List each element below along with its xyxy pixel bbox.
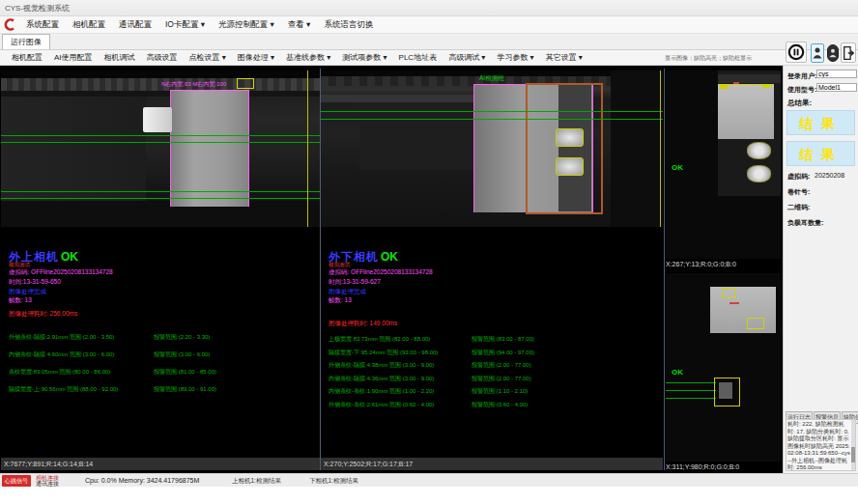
defect-region xyxy=(719,382,732,399)
log-scrollbar-thumb[interactable] xyxy=(851,447,855,462)
baseline-green xyxy=(666,382,716,383)
menu-item-view[interactable]: 查看 ▾ xyxy=(281,19,318,31)
toolbar-item-camera-debug[interactable]: 相机调试 xyxy=(99,52,141,63)
toolbar-item-advanced-settings[interactable]: 高级设置 xyxy=(141,52,184,63)
menu-item-system-config[interactable]: 系统配置 xyxy=(19,19,66,31)
exit-door-icon xyxy=(843,45,855,61)
mark-red xyxy=(733,82,739,84)
panel-divider xyxy=(664,69,665,470)
alarm-range: 报警范围:(1.10 - 2.10) xyxy=(472,387,528,396)
measure-row: 条纹宽度:83.05mm 范围:(80.00 - 86.00)报警范围:(81.… xyxy=(1,368,320,378)
window-title: CYS-视觉检测系统 xyxy=(5,4,70,13)
virtual-code-line: 虚拟码: OFFline20250208133134728 xyxy=(329,268,433,277)
zoom-view-bottom[interactable]: OK xyxy=(666,273,781,462)
measure-value: 外侧条纹-隔膜:4.38mm 范围:(3.00 - 9.00) xyxy=(329,361,434,370)
alarm-range: 报警范围:(3.00 - 6.00) xyxy=(154,350,210,359)
roi-line-yellow xyxy=(307,70,308,227)
model-label: 使用型号: xyxy=(787,85,816,95)
measure-row: 外侧条纹-隔膜:2.91mm 范围:(2.00 - 3.50)报警范围:(2.2… xyxy=(1,333,320,343)
measure-row: 上极宽度:83.73mm 范围:(82.00 - 88.00)报警范围:(83.… xyxy=(321,335,663,345)
alarm-range: 报警范围:(83.00 - 87.00) xyxy=(472,335,534,344)
measure-value: 外侧条纹-条纹:2.61mm 范围:(0.60 - 4.00) xyxy=(329,401,434,409)
membrane-region xyxy=(170,90,249,207)
zoom-view-top[interactable]: OK xyxy=(666,70,781,259)
lower-camera-result-status: 下相机1:检测结果 xyxy=(309,474,358,487)
machine-rail-texture xyxy=(1,78,320,91)
measure-row: 隔膜宽度-上:90.56mm 范围:(88.00 - 92.00)报警范围:(8… xyxy=(1,385,320,395)
measure-value: 隔膜宽度-下:95.24mm 范围:(93.00 - 98.00) xyxy=(329,349,438,357)
lower-camera-image[interactable]: AI检测框 xyxy=(321,70,663,227)
upper-camera-image[interactable]: N右内宽:93 M右内宽:100 xyxy=(1,70,320,227)
measure-value: 条纹宽度:83.05mm 范围:(80.00 - 86.00) xyxy=(9,368,110,377)
tab-blob xyxy=(556,128,584,147)
baseline-green xyxy=(666,390,716,391)
menu-item-io-config[interactable]: IO卡配置 ▾ xyxy=(158,19,212,31)
mark-yellow-box xyxy=(747,318,764,329)
image-workspace: N右内宽:93 M右内宽:100 外上相机OK 模拟测试 虚拟码: OFFlin… xyxy=(0,66,783,473)
menu-item-camera-config[interactable]: 相机配置 xyxy=(66,19,112,31)
process-done-line: 图像处理完成 xyxy=(329,288,366,296)
toolbar-item-baseline-params[interactable]: 基准线参数 ▾ xyxy=(280,52,336,63)
view-hint-text: 显示图像：缺陷高亮；缺陷框显示 xyxy=(665,54,752,63)
menu-item-light-config[interactable]: 光源控制配置 ▾ xyxy=(212,19,281,31)
tab-strip: 运行图像 xyxy=(0,34,858,50)
baseline-green xyxy=(1,191,320,192)
toolbar-item-ai-config[interactable]: AI使用配置 xyxy=(48,52,99,63)
toolbar-item-other-settings[interactable]: 其它设置 ▾ xyxy=(540,52,588,63)
comm-link-status: 通讯连接 xyxy=(36,481,59,487)
run-log-area[interactable]: 耗时: 222, 缺陷检测耗时: 17, 缺陷分类耗时: 0, 缺陷提取分区耗时… xyxy=(786,419,856,471)
log-scrollbar[interactable] xyxy=(851,420,855,470)
measure-row: 内侧条纹-条纹:1.90mm 范围:(1.00 - 2.20)报警范围:(1.1… xyxy=(321,387,663,397)
qr-code-label: 二维码: xyxy=(787,203,810,212)
annotation-highlight-box xyxy=(237,78,254,89)
model-field[interactable] xyxy=(816,83,857,92)
toolbar-item-learning-params[interactable]: 学习参数 ▾ xyxy=(491,52,539,63)
machine-body xyxy=(359,102,475,170)
upper-camera-result-status: 上相机1:检测结果 xyxy=(232,474,281,487)
mark-red xyxy=(729,302,739,304)
login-user-button[interactable] xyxy=(811,43,824,63)
pause-button[interactable] xyxy=(786,42,807,63)
frame-count-line: 帧数: 13 xyxy=(329,296,352,305)
tab-blob xyxy=(747,142,771,159)
measure-row: 隔膜宽度-下:95.24mm 范围:(93.00 - 98.00)报警范围:(9… xyxy=(321,349,663,358)
needle-number-label: 卷针号: xyxy=(787,187,810,197)
menu-item-comm-config[interactable]: 通讯配置 xyxy=(112,19,158,31)
result-ok-text: OK xyxy=(61,250,78,264)
exit-button[interactable] xyxy=(841,42,856,63)
result-ok-text: OK xyxy=(672,368,683,377)
menu-item-language[interactable]: 系统语言切换 xyxy=(317,19,380,31)
total-result-top: 结果 xyxy=(786,110,855,135)
side-panel: 登录用户: 使用型号: 总结果: 结果 结果 虚拟码: 20250208 卷针号… xyxy=(783,66,858,487)
ai-box-label: AI检测框 xyxy=(479,74,504,83)
simulation-tag: 模拟测试 xyxy=(329,262,350,268)
tab-blob xyxy=(747,165,771,182)
baseline-green xyxy=(321,111,663,112)
baseline-green xyxy=(1,135,320,136)
machine-body-left xyxy=(1,97,146,201)
toolbar-item-image-process[interactable]: 图像处理 ▾ xyxy=(232,52,280,63)
membrane-region xyxy=(710,287,776,333)
virtual-code-value: 20250208 xyxy=(815,172,844,179)
user-icon xyxy=(813,46,822,60)
tab-run-image[interactable]: 运行图像 xyxy=(2,34,50,49)
time-line: 时间:13-31-59-650 xyxy=(9,278,61,287)
measure-value: 隔膜宽度-上:90.56mm 范围:(88.00 - 92.00) xyxy=(9,385,118,394)
toolbar-item-camera-config[interactable]: 相机配置 xyxy=(6,52,48,63)
total-result-label: 总结果: xyxy=(787,98,812,108)
pixel-coordinate-text: X:311;Y:980;R:0;G:0;B:0 xyxy=(666,463,739,470)
login-user-field[interactable] xyxy=(816,70,857,78)
operator-button[interactable] xyxy=(827,44,839,62)
machine-band xyxy=(718,74,781,83)
toolbar-item-spotcheck[interactable]: 点检设置 ▾ xyxy=(184,52,232,63)
link-status: 相机连接 通讯连接 xyxy=(36,475,59,487)
width-annotation: N右内宽:93 M右内宽:100 xyxy=(161,80,226,89)
alarm-range: 报警范围:(0.60 - 4.00) xyxy=(472,401,528,409)
alarm-range: 报警范围:(81.00 - 85.00) xyxy=(154,368,216,377)
toolbar-item-plc-table[interactable]: PLC地址表 xyxy=(393,52,443,63)
process-done-line: 图像处理完成 xyxy=(9,288,46,296)
machine-dark-column xyxy=(611,70,663,227)
pause-icon xyxy=(787,43,805,61)
toolbar-item-test-params[interactable]: 测试项参数 ▾ xyxy=(336,52,392,63)
toolbar-item-advanced-debug[interactable]: 高级调试 ▾ xyxy=(443,52,491,63)
